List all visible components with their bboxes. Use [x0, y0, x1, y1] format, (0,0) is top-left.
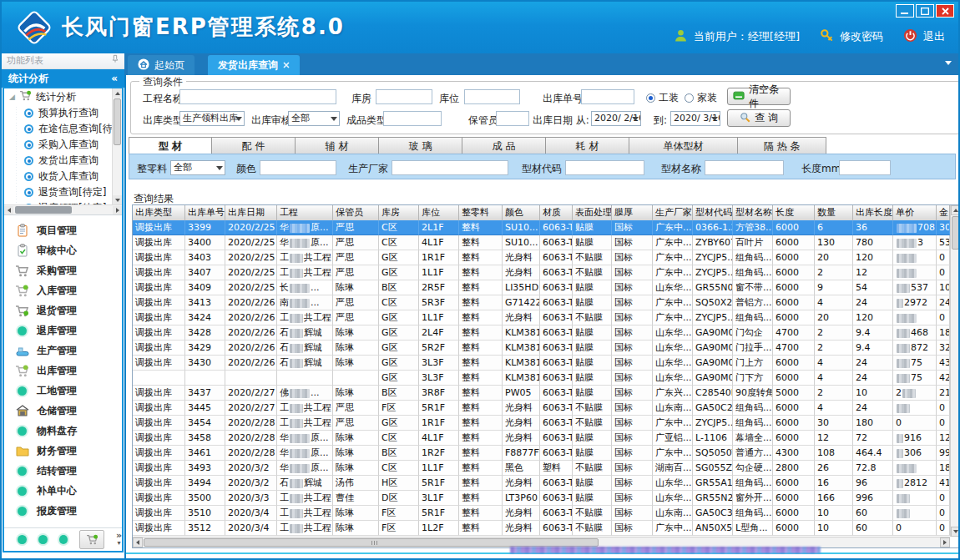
table-cell[interactable]: 陈琳 — [333, 341, 379, 356]
table-cell[interactable]: 5R1F — [419, 401, 459, 416]
table-row-4[interactable]: 调拨出库34092020/2/25长...陈琳B区2R5F整料LI35HD606… — [133, 280, 950, 295]
table-row-6[interactable]: 调拨出库34242020/2/26工共工程严思G区1L1F整料光身料6063-T… — [133, 310, 950, 325]
tree-item-5[interactable]: 退货查询[待定] — [4, 184, 122, 200]
table-cell[interactable]: 2020/2/26 — [225, 325, 277, 341]
table-cell[interactable]: GA50C37 — [693, 506, 733, 521]
table-cell[interactable]: 16 — [815, 476, 853, 491]
table-cell[interactable]: 山东华... — [653, 325, 693, 341]
table-cell[interactable]: 2020/2/27 — [225, 386, 277, 401]
table-cell[interactable]: 6063-T5 — [540, 446, 573, 461]
table-cell[interactable] — [893, 401, 937, 416]
table-cell[interactable]: B区 — [379, 280, 419, 295]
table-cell[interactable]: 组角码... — [733, 476, 773, 491]
table-cell[interactable]: 2020/2/28 — [225, 416, 277, 431]
column-header-7[interactable]: 整零料 — [459, 205, 503, 220]
column-header-19[interactable]: 金 — [937, 205, 950, 220]
table-cell[interactable]: 广东中... — [653, 521, 693, 536]
table-cell[interactable]: 不贴膜 — [573, 461, 612, 476]
table-cell[interactable]: 4L1F — [419, 235, 459, 250]
table-cell[interactable]: 6063-T5 — [540, 491, 573, 506]
table-cell[interactable]: B区 — [379, 386, 419, 401]
table-cell[interactable]: 130 — [815, 235, 853, 250]
table-row-10[interactable]: G区3L3F整料KLM38176063-T5贴膜国标山东华...GA90M09.… — [133, 371, 950, 386]
product-type-input[interactable] — [383, 111, 442, 126]
sidebar-item-10[interactable]: 物料盘存 — [4, 421, 122, 441]
grid-vertical-scrollbar[interactable] — [950, 205, 960, 537]
table-cell[interactable]: 调拨出库 — [133, 491, 185, 506]
table-cell[interactable]: 山东华... — [653, 491, 693, 506]
sidebar-item-3[interactable]: 入库管理 — [4, 280, 122, 300]
table-cell[interactable]: 6063-T5 — [540, 235, 573, 250]
table-cell[interactable]: 4 — [815, 401, 853, 416]
table-cell[interactable]: 华原... — [277, 220, 333, 235]
table-cell[interactable]: 2 — [815, 341, 853, 356]
table-cell[interactable]: 调拨出库 — [133, 521, 185, 536]
table-row-14[interactable]: 调拨出库34582020/2/28华原...陈琳C区4L1F整料光身料6063-… — [133, 431, 950, 446]
table-cell[interactable]: 6000 — [773, 431, 815, 446]
table-cell[interactable]: 调拨出库 — [133, 461, 185, 476]
tree-root-node[interactable]: ◢ 统计分析 — [4, 88, 122, 105]
table-cell[interactable]: 6063-T5 — [540, 476, 573, 491]
table-cell[interactable]: 调拨出库 — [133, 386, 185, 401]
sidebar-item-1[interactable]: 审核中心 — [4, 240, 122, 260]
table-cell[interactable]: 窗外开... — [733, 491, 773, 506]
table-cell[interactable]: 贴膜 — [573, 356, 612, 371]
table-cell[interactable]: 广亚铝... — [653, 431, 693, 446]
table-cell[interactable]: 石辉城 — [277, 325, 333, 341]
table-cell[interactable]: SU10... — [503, 220, 540, 235]
table-cell[interactable]: 6063-T5 — [540, 280, 573, 295]
table-cell[interactable]: 国标 — [612, 506, 653, 521]
warehouse-input[interactable] — [376, 89, 432, 104]
table-cell[interactable]: 12 — [815, 431, 853, 446]
table-cell[interactable]: 整料 — [459, 356, 503, 371]
table-cell[interactable]: 72 — [853, 431, 893, 446]
table-row-5[interactable]: 调拨出库34132020/2/26南...严思C区5R3F整料G71422606… — [133, 295, 950, 310]
table-cell[interactable]: 整料 — [459, 521, 503, 536]
table-cell[interactable]: 华原... — [277, 461, 333, 476]
table-cell[interactable]: 188 — [937, 325, 950, 341]
table-cell[interactable]: 3 — [893, 235, 937, 250]
table-cell[interactable]: 6063-T5 — [540, 356, 573, 371]
table-cell[interactable]: 4L1F — [419, 431, 459, 446]
table-cell[interactable]: 石辉城 — [277, 356, 333, 371]
table-cell[interactable]: 工共工程 — [277, 401, 333, 416]
table-cell[interactable]: 调拨出库 — [133, 416, 185, 431]
material-tab-5[interactable]: 耗 材 — [546, 137, 629, 154]
logout-link[interactable]: 退出 — [923, 29, 945, 44]
table-cell[interactable]: 2020/2/28 — [225, 431, 277, 446]
table-cell[interactable]: 贴膜 — [573, 341, 612, 356]
table-cell[interactable]: 6063-T5 — [540, 506, 573, 521]
table-cell[interactable]: 3458 — [185, 431, 225, 446]
table-cell[interactable]: 调拨出库 — [133, 431, 185, 446]
table-cell[interactable]: 整料 — [459, 506, 503, 521]
table-cell[interactable]: 326 — [937, 341, 950, 356]
table-cell[interactable]: 10 — [815, 506, 853, 521]
table-cell[interactable]: 6000 — [773, 401, 815, 416]
table-cell[interactable]: 光身料 — [503, 265, 540, 280]
table-cell[interactable]: 6000 — [773, 265, 815, 280]
table-cell[interactable]: D区 — [379, 491, 419, 506]
table-row-20[interactable]: 调拨出库35122020/3/4工共工程陈琳F区1L2F整料光身料6063-T5… — [133, 521, 950, 536]
table-cell[interactable]: 工共工程 — [277, 521, 333, 536]
table-cell[interactable]: SQ50X2... — [693, 295, 733, 310]
table-cell[interactable]: 3399 — [185, 220, 225, 235]
table-cell[interactable]: 3500 — [185, 491, 225, 506]
table-row-11[interactable]: 调拨出库34372020/2/27佛...陈琳B区3R8F整料PW056063-… — [133, 386, 950, 401]
table-cell[interactable]: 不贴膜 — [573, 521, 612, 536]
table-cell[interactable]: 6000 — [773, 280, 815, 295]
table-cell[interactable]: 整料 — [459, 416, 503, 431]
table-cell[interactable]: 广东中... — [653, 446, 693, 461]
material-tab-2[interactable]: 辅 材 — [296, 137, 379, 154]
table-cell[interactable]: 组角码... — [733, 250, 773, 265]
table-cell[interactable]: 华原... — [277, 431, 333, 446]
search-button[interactable]: 查 询 — [727, 109, 791, 127]
table-cell[interactable]: G区 — [379, 356, 419, 371]
table-cell[interactable]: 2800 — [773, 461, 815, 476]
tree-expander-icon[interactable]: ◢ — [9, 93, 15, 101]
table-row-19[interactable]: 调拨出库35102020/3/4工共工程陈琳F区5R1F整料光身料6063-T5… — [133, 506, 950, 521]
table-cell[interactable]: 2 — [815, 386, 853, 401]
table-cell[interactable]: 3510 — [185, 506, 225, 521]
table-cell[interactable]: 整料 — [459, 280, 503, 295]
table-cell[interactable]: 3445 — [185, 401, 225, 416]
table-cell[interactable]: F区 — [379, 401, 419, 416]
